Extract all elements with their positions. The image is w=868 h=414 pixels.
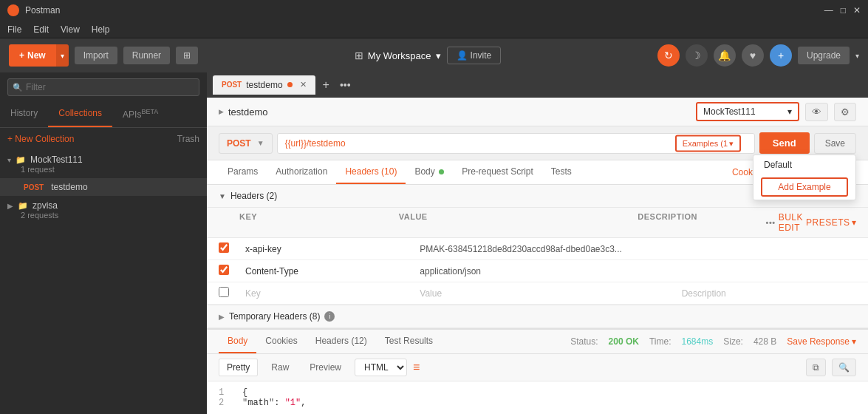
send-button[interactable]: Send <box>759 132 810 154</box>
check-col-header <box>219 212 239 233</box>
examples-button[interactable]: Examples (1 ▾ <box>675 135 741 152</box>
moon-button[interactable]: ☽ <box>686 44 708 67</box>
runner-button[interactable]: Runner <box>123 47 170 64</box>
sidebar-search-input[interactable] <box>7 78 199 96</box>
tab-headers[interactable]: Headers (10) <box>336 160 406 184</box>
tab-more-button[interactable]: ••• <box>337 79 354 91</box>
request-title: testdemo <box>228 106 267 118</box>
format-preview[interactable]: Preview <box>302 359 349 376</box>
titlebar-left: Postman <box>7 4 60 16</box>
add-example-button[interactable]: Add Example <box>761 177 848 197</box>
new-button-group: + New ▾ <box>9 44 69 67</box>
invite-label: Invite <box>471 50 492 61</box>
trash-button[interactable]: Trash <box>177 134 199 144</box>
header-checkbox-empty[interactable] <box>219 287 229 297</box>
add-example-area: Add Example <box>753 174 855 200</box>
tab-tests[interactable]: Tests <box>542 160 581 184</box>
mock-server-dropdown[interactable]: MockTest111 ▾ <box>696 102 799 121</box>
header-key-empty[interactable]: Key <box>239 288 420 299</box>
wrap-icon[interactable]: ≡ <box>413 361 420 374</box>
header-value-empty[interactable]: Value <box>420 288 681 299</box>
settings-button[interactable]: ⚙ <box>834 103 856 121</box>
new-button[interactable]: + New <box>9 44 56 67</box>
response-tab-headers[interactable]: Headers (12) <box>307 330 376 353</box>
request-tab-testdemo[interactable]: POST testdemo ✕ <box>213 75 315 95</box>
collapse-icon-zpvisa: ▶ <box>7 202 13 210</box>
format-html-select[interactable]: HTML <box>355 359 407 376</box>
response-code-area: 1 { 2 "math": "1", <box>207 381 868 414</box>
sidebar-request-testdemo[interactable]: POST testdemo <box>0 178 207 196</box>
window-controls[interactable]: — □ ✕ <box>824 5 861 16</box>
notification-button[interactable]: 🔔 <box>714 44 736 67</box>
upgrade-button[interactable]: Upgrade <box>798 47 850 64</box>
method-select[interactable]: POST ▼ <box>219 133 273 154</box>
more-actions-icon[interactable]: ••• <box>766 218 776 227</box>
toggle-right-arrow-icon: ▶ <box>219 313 225 321</box>
close-button[interactable]: ✕ <box>853 5 861 16</box>
tab-prerequest[interactable]: Pre-request Script <box>453 160 542 184</box>
invite-button[interactable]: 👤 Invite <box>447 47 502 64</box>
tab-close-button[interactable]: ✕ <box>300 80 307 89</box>
collection-item-zpvisa[interactable]: ▶ 📁 zpvisa 2 requests <box>0 196 207 224</box>
body-modified-dot <box>439 169 444 174</box>
header-checkbox-0[interactable] <box>219 242 229 253</box>
header-value-1: application/json <box>420 266 681 276</box>
tab-params[interactable]: Params <box>219 160 267 184</box>
format-raw[interactable]: Raw <box>264 359 296 376</box>
menu-edit[interactable]: Edit <box>33 24 49 35</box>
temp-headers-label: Temporary Headers (8) <box>229 311 320 322</box>
dropdown-default-item[interactable]: Default <box>753 155 855 174</box>
search-button[interactable]: 🔍 <box>832 359 856 376</box>
sync-button[interactable]: ↻ <box>657 44 680 67</box>
menu-view[interactable]: View <box>61 24 80 35</box>
tab-collections[interactable]: Collections <box>48 102 112 127</box>
sync-icon: ↻ <box>664 50 673 61</box>
main-layout: 🔍 History Collections APIsBETA + New Col… <box>0 72 868 414</box>
heart-button[interactable]: ♥ <box>742 44 764 67</box>
postman-logo <box>7 4 19 16</box>
tab-apis[interactable]: APIsBETA <box>112 102 168 127</box>
collapse-icon: ▾ <box>7 156 11 164</box>
sidebar-content: ▾ 📁 MockTest111 1 request POST testdemo … <box>0 150 207 414</box>
layout-button[interactable]: ⊞ <box>176 47 198 64</box>
collection-item-mocktest111[interactable]: ▾ 📁 MockTest111 1 request <box>0 150 207 178</box>
response-tab-body[interactable]: Body <box>219 330 256 353</box>
minimize-button[interactable]: — <box>824 5 833 16</box>
tab-add-button[interactable]: + <box>318 78 334 92</box>
new-collection-button[interactable]: + New Collection <box>7 134 74 144</box>
bell-icon: 🔔 <box>718 50 731 61</box>
bulk-edit-button[interactable]: Bulk Edit <box>779 212 803 233</box>
tab-body[interactable]: Body <box>406 160 453 184</box>
headers-table-header: KEY VALUE DESCRIPTION ••• Bulk Edit Pres… <box>207 208 868 238</box>
tab-history[interactable]: History <box>0 102 48 127</box>
examples-chevron-icon: ▾ <box>729 138 734 148</box>
save-response-chevron-icon: ▾ <box>852 336 856 347</box>
response-tab-test-results[interactable]: Test Results <box>376 330 442 353</box>
temp-headers-toggle[interactable]: ▶ Temporary Headers (8) i <box>207 305 868 328</box>
new-dropdown-button[interactable]: ▾ <box>56 44 69 67</box>
import-button[interactable]: Import <box>75 47 117 64</box>
header-checkbox-1[interactable] <box>219 265 229 275</box>
line-number-2: 2 <box>219 398 230 408</box>
save-response-button[interactable]: Save Response ▾ <box>787 336 856 347</box>
key-col-header: KEY <box>239 212 399 233</box>
tab-name: testdemo <box>246 80 282 90</box>
eye-button[interactable]: 👁 <box>805 103 828 121</box>
maximize-button[interactable]: □ <box>841 5 846 16</box>
header-desc-empty[interactable]: Description <box>682 288 856 299</box>
tab-authorization[interactable]: Authorization <box>267 160 336 184</box>
menu-file[interactable]: File <box>7 24 21 35</box>
workspace-selector[interactable]: ⊞ My Workspace ▾ <box>355 50 441 61</box>
titlebar: Postman — □ ✕ <box>0 0 868 21</box>
menu-help[interactable]: Help <box>92 24 110 35</box>
presets-button[interactable]: Presets ▾ <box>806 217 856 228</box>
response-tab-cookies[interactable]: Cookies <box>256 330 306 353</box>
save-button[interactable]: Save <box>814 133 856 154</box>
response-body-bar: Pretty Raw Preview HTML ≡ ⧉ 🔍 <box>207 354 868 381</box>
copy-button[interactable]: ⧉ <box>806 359 826 376</box>
url-bar: POST ▼ Send Save Default Add Example Exa… <box>207 126 868 160</box>
workspace-chevron-icon: ▾ <box>436 50 441 61</box>
add-button[interactable]: + <box>770 44 792 67</box>
format-pretty[interactable]: Pretty <box>219 359 258 376</box>
sidebar-search-area: 🔍 <box>0 72 207 102</box>
